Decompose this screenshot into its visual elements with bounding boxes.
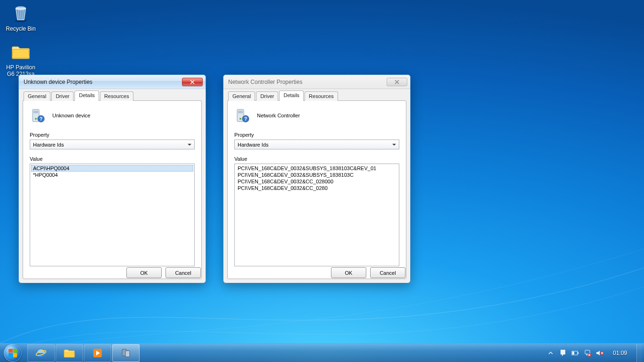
device-name-label: Unknown device bbox=[52, 113, 91, 118]
dialog-title: Network Controller Properties bbox=[228, 79, 302, 85]
value-label: Value bbox=[30, 156, 195, 162]
property-dropdown[interactable]: Hardware Ids bbox=[234, 140, 399, 149]
svg-text:?: ? bbox=[244, 116, 247, 122]
tab-details[interactable]: Details bbox=[74, 90, 99, 101]
cancel-button[interactable]: Cancel bbox=[165, 267, 201, 278]
value-label: Value bbox=[234, 156, 399, 162]
device-manager-icon bbox=[121, 348, 131, 358]
svg-rect-24 bbox=[572, 352, 574, 354]
ie-icon bbox=[35, 347, 47, 359]
folder-icon bbox=[9, 41, 32, 63]
start-button[interactable] bbox=[0, 344, 25, 362]
taskbar-item-device-manager[interactable] bbox=[112, 344, 140, 362]
property-label: Property bbox=[234, 132, 399, 138]
dialog-titlebar[interactable]: Unknown device Properties bbox=[19, 75, 206, 89]
svg-point-1 bbox=[16, 7, 26, 10]
svg-point-8 bbox=[35, 118, 37, 120]
show-desktop-button[interactable] bbox=[636, 344, 642, 362]
taskbar: 01:09 bbox=[0, 343, 644, 362]
value-list-item[interactable]: ACPI\HPQ0004 bbox=[31, 165, 193, 172]
close-button[interactable] bbox=[182, 78, 203, 86]
device-name-label: Network Controller bbox=[257, 113, 300, 118]
volume-icon[interactable] bbox=[596, 349, 603, 357]
value-list-item[interactable]: PCI\VEN_168C&DEV_0032&SUBSYS_1838103C&RE… bbox=[236, 165, 398, 172]
device-icon: ? bbox=[30, 107, 46, 123]
dialog-body: GeneralDriverDetailsResources ? Unknown … bbox=[23, 90, 202, 279]
value-listbox[interactable]: PCI\VEN_168C&DEV_0032&SUBSYS_1838103C&RE… bbox=[234, 164, 399, 266]
value-list-item[interactable]: *HPQ0004 bbox=[31, 172, 193, 178]
svg-rect-21 bbox=[125, 351, 130, 357]
svg-text:?: ? bbox=[40, 116, 42, 122]
dialog-title: Unknown device Properties bbox=[24, 79, 92, 85]
ok-button[interactable]: OK bbox=[126, 267, 162, 278]
tab-strip: GeneralDriverDetailsResources bbox=[227, 90, 406, 101]
tab-resources[interactable]: Resources bbox=[100, 91, 133, 101]
property-dropdown-value: Hardware Ids bbox=[33, 142, 64, 148]
ok-button[interactable]: OK bbox=[331, 267, 366, 278]
system-tray: 01:09 bbox=[547, 344, 644, 362]
explorer-icon bbox=[63, 348, 75, 358]
svg-rect-23 bbox=[578, 352, 578, 354]
svg-rect-6 bbox=[33, 111, 38, 112]
value-listbox[interactable]: ACPI\HPQ0004*HPQ0004 bbox=[30, 164, 195, 266]
desktop-icon-folder[interactable]: HP Pavilion G6 2213sa bbox=[3, 41, 39, 77]
desktop-icon-recycle-bin[interactable]: Recycle Bin bbox=[3, 2, 39, 32]
tray-show-hidden-icon[interactable] bbox=[547, 349, 554, 357]
value-list-item[interactable]: PCI\VEN_168C&DEV_0032&CC_0280 bbox=[236, 185, 398, 191]
tab-panel-details: ? Network ControllerPropertyHardware Ids… bbox=[227, 100, 406, 279]
battery-icon[interactable] bbox=[571, 349, 579, 357]
svg-point-14 bbox=[239, 118, 241, 120]
tab-strip: GeneralDriverDetailsResources bbox=[23, 90, 202, 101]
value-list-item[interactable]: PCI\VEN_168C&DEV_0032&SUBSYS_1838103C bbox=[236, 172, 398, 178]
media-player-icon bbox=[92, 348, 103, 358]
close-icon bbox=[190, 80, 195, 84]
tab-driver[interactable]: Driver bbox=[51, 91, 74, 101]
tab-panel-details: ? Unknown devicePropertyHardware IdsValu… bbox=[23, 100, 202, 279]
tab-resources[interactable]: Resources bbox=[305, 91, 338, 101]
svg-rect-12 bbox=[238, 111, 243, 112]
tab-general[interactable]: General bbox=[228, 91, 255, 101]
close-icon bbox=[395, 80, 399, 84]
device-header-row: ? Unknown device bbox=[30, 107, 195, 123]
taskbar-clock[interactable]: 01:09 bbox=[608, 350, 632, 356]
taskbar-item-explorer[interactable] bbox=[56, 344, 83, 362]
close-button[interactable] bbox=[387, 78, 407, 86]
property-label: Property bbox=[30, 132, 195, 138]
tab-driver[interactable]: Driver bbox=[256, 91, 278, 101]
svg-rect-7 bbox=[33, 112, 38, 113]
dialog-button-row: OKCancel bbox=[331, 267, 405, 278]
properties-dialog: Network Controller PropertiesGeneralDriv… bbox=[223, 74, 411, 283]
device-header-row: ? Network Controller bbox=[234, 107, 399, 123]
network-icon[interactable] bbox=[584, 349, 591, 357]
svg-rect-13 bbox=[238, 112, 243, 113]
value-list-item[interactable]: PCI\VEN_168C&DEV_0032&CC_028000 bbox=[236, 178, 398, 185]
property-dropdown-value: Hardware Ids bbox=[238, 142, 268, 148]
taskbar-item-ie[interactable] bbox=[27, 344, 55, 362]
cancel-button[interactable]: Cancel bbox=[370, 267, 405, 278]
taskbar-item-media-player[interactable] bbox=[84, 344, 111, 362]
dialog-body: GeneralDriverDetailsResources ? Network … bbox=[227, 90, 406, 279]
device-icon: ? bbox=[234, 107, 250, 123]
desktop-icon-label: Recycle Bin bbox=[3, 25, 39, 32]
properties-dialog: Unknown device PropertiesGeneralDriverDe… bbox=[18, 74, 206, 283]
windows-logo-icon bbox=[4, 344, 22, 362]
recycle-bin-icon bbox=[9, 2, 32, 25]
tab-general[interactable]: General bbox=[24, 91, 50, 101]
tab-details[interactable]: Details bbox=[279, 90, 304, 101]
dialog-button-row: OKCancel bbox=[126, 267, 201, 278]
property-dropdown[interactable]: Hardware Ids bbox=[30, 140, 195, 149]
action-center-icon[interactable] bbox=[559, 349, 567, 357]
dialog-titlebar[interactable]: Network Controller Properties bbox=[223, 75, 410, 89]
